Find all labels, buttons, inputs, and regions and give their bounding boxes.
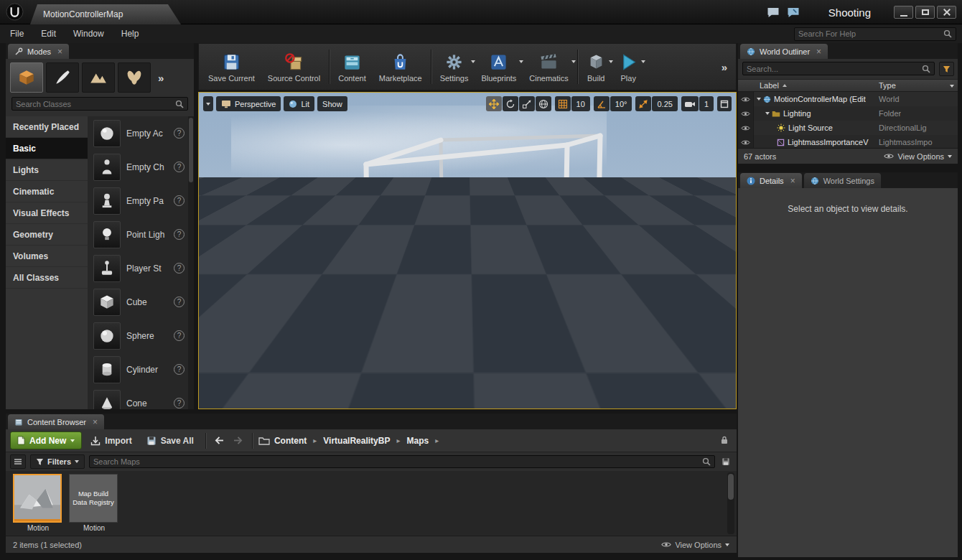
close-button[interactable]: [937, 6, 956, 19]
expander-icon[interactable]: [757, 98, 761, 101]
cinematics-button[interactable]: Cinematics: [523, 49, 574, 85]
outliner-row-light-source[interactable]: Light Source DirectionalLig: [738, 121, 958, 135]
menu-edit[interactable]: Edit: [41, 29, 56, 39]
help-icon[interactable]: ?: [174, 330, 185, 341]
list-item-cube[interactable]: Cube ?: [88, 285, 188, 319]
visibility-toggle[interactable]: [738, 106, 754, 121]
rotation-snap-value-button[interactable]: 10°: [610, 96, 632, 111]
maximize-viewport-button[interactable]: [717, 96, 732, 111]
list-item-cylinder[interactable]: Cylinder ?: [88, 353, 188, 386]
menu-file[interactable]: File: [10, 29, 24, 39]
paint-mode-button[interactable]: [46, 62, 79, 93]
camera-speed-value-button[interactable]: 1: [699, 96, 714, 111]
tab-details[interactable]: Details ×: [740, 173, 802, 188]
feedback-bubble-icon[interactable]: [767, 7, 780, 18]
viewport[interactable]: Template ControllerMap: [198, 92, 737, 409]
close-icon[interactable]: ×: [93, 417, 98, 427]
viewport-options-button[interactable]: [203, 96, 213, 111]
category-cinematic[interactable]: Cinematic: [6, 181, 88, 202]
settings-button[interactable]: Settings: [434, 49, 475, 85]
breadcrumb-virtualrealitybp[interactable]: VirtualRealityBP: [322, 436, 391, 446]
tab-world-outliner[interactable]: World Outliner ×: [740, 44, 828, 59]
breadcrumb-content[interactable]: Content: [273, 436, 308, 446]
perspective-button[interactable]: Perspective: [216, 96, 281, 111]
menu-help[interactable]: Help: [121, 29, 139, 39]
outliner-filter-button[interactable]: [939, 62, 954, 76]
close-icon[interactable]: ×: [790, 176, 795, 186]
list-item-empty-character[interactable]: Empty Ch ?: [88, 150, 188, 184]
move-tool-button[interactable]: [486, 96, 502, 111]
close-icon[interactable]: ×: [816, 47, 821, 57]
save-search-button[interactable]: [719, 455, 732, 468]
expander-icon[interactable]: [765, 112, 770, 115]
category-all-classes[interactable]: All Classes: [6, 267, 88, 289]
show-menu-button[interactable]: Show: [317, 96, 347, 111]
landscape-mode-button[interactable]: [82, 62, 115, 93]
help-icon[interactable]: ?: [174, 229, 185, 240]
bug-report-icon[interactable]: [787, 7, 800, 18]
list-item-sphere[interactable]: Sphere ?: [88, 319, 188, 353]
list-item-cone[interactable]: Cone ?: [88, 386, 188, 409]
scale-tool-button[interactable]: [519, 96, 535, 111]
content-browser-view-options-button[interactable]: View Options: [661, 541, 729, 549]
assets-search-input[interactable]: [93, 457, 702, 466]
list-item-point-light[interactable]: Point Ligh ?: [88, 218, 188, 251]
help-icon[interactable]: ?: [174, 398, 185, 409]
category-geometry[interactable]: Geometry: [6, 224, 88, 246]
column-header-label[interactable]: Label: [760, 81, 787, 90]
tab-world-settings[interactable]: World Settings: [804, 173, 881, 188]
outliner-row-lighting[interactable]: Lighting Folder: [738, 106, 958, 121]
scale-snap-toggle-button[interactable]: [635, 96, 651, 111]
blueprints-button[interactable]: Blueprints: [475, 49, 523, 85]
category-visual-effects[interactable]: Visual Effects: [6, 202, 88, 224]
help-search-input[interactable]: [798, 29, 943, 38]
help-icon[interactable]: ?: [174, 128, 185, 139]
modes-overflow-chevron[interactable]: »: [154, 72, 164, 84]
content-button[interactable]: Content: [332, 49, 373, 85]
chevron-down-icon[interactable]: [950, 85, 954, 88]
outliner-row-map[interactable]: MotionControllerMap (Edit World: [738, 92, 958, 106]
category-volumes[interactable]: Volumes: [6, 246, 88, 267]
breadcrumb-maps[interactable]: Maps: [405, 436, 430, 446]
column-header-type[interactable]: Type: [879, 81, 896, 90]
help-icon[interactable]: ?: [174, 162, 185, 172]
tab-modes[interactable]: Modes ×: [8, 44, 69, 59]
back-button[interactable]: [212, 433, 228, 449]
modes-scrollbar[interactable]: [188, 116, 194, 409]
minimize-button[interactable]: [894, 6, 913, 19]
maximize-button[interactable]: [915, 6, 935, 19]
help-icon[interactable]: ?: [174, 297, 185, 307]
classes-search-input[interactable]: [16, 100, 175, 108]
import-button[interactable]: Import: [85, 431, 137, 449]
help-icon[interactable]: ?: [174, 263, 185, 274]
camera-speed-button[interactable]: [681, 96, 699, 111]
lock-button[interactable]: [721, 434, 732, 447]
help-icon[interactable]: ?: [174, 195, 185, 206]
add-new-button[interactable]: Add New: [10, 431, 82, 449]
outliner-search-input[interactable]: [747, 65, 922, 73]
document-tab[interactable]: MotionControllerMap: [30, 4, 181, 24]
marketplace-button[interactable]: Marketplace: [373, 49, 429, 85]
place-mode-button[interactable]: [10, 62, 43, 93]
menu-window[interactable]: Window: [73, 29, 104, 39]
help-icon[interactable]: ?: [174, 364, 185, 375]
asset-tile-motioncontrollermap[interactable]: Motion: [13, 474, 63, 531]
list-item-empty-pawn[interactable]: Empty Pa ?: [88, 184, 188, 218]
asset-tile-map-build-data[interactable]: Map Build Data Registry Motion: [69, 474, 119, 531]
save-all-button[interactable]: Save All: [141, 431, 200, 449]
visibility-toggle[interactable]: [738, 121, 754, 135]
rotate-tool-button[interactable]: [503, 96, 518, 111]
rotation-snap-toggle-button[interactable]: [594, 96, 610, 111]
toolbar-overflow-chevron[interactable]: »: [716, 61, 733, 73]
list-item-empty-actor[interactable]: Empty Ac ?: [88, 116, 188, 150]
category-lights[interactable]: Lights: [6, 159, 88, 181]
save-current-button[interactable]: Save Current: [202, 49, 261, 85]
asset-grid-scrollbar[interactable]: [727, 472, 734, 534]
outliner-row-lightmass[interactable]: LightmassImportanceV LightmassImpo: [738, 135, 958, 148]
sources-panel-toggle-button[interactable]: [10, 454, 26, 469]
foliage-mode-button[interactable]: [118, 62, 151, 93]
list-item-player-start[interactable]: Player St ?: [88, 251, 188, 285]
filters-button[interactable]: Filters: [30, 454, 85, 469]
grid-snap-value-button[interactable]: 10: [571, 96, 590, 111]
tab-content-browser[interactable]: Content Browser ×: [8, 414, 104, 429]
